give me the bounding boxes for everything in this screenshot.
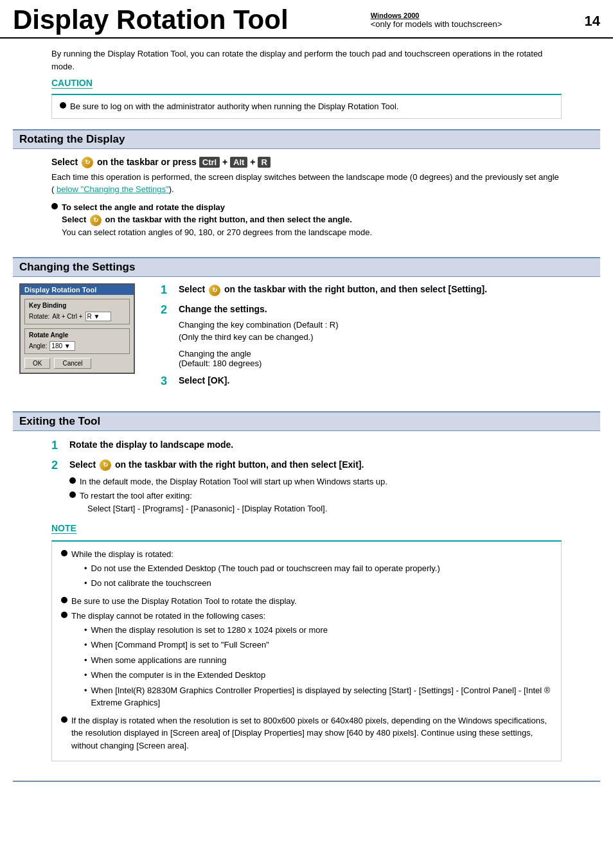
- step2-content: Change the settings. Changing the key co…: [179, 303, 587, 368]
- dialog-row-rotate: Rotate: Alt + Ctrl + R ▼: [29, 312, 125, 321]
- note-sub-3-5-text: When [Intel(R) 82830M Graphics Controlle…: [91, 684, 552, 709]
- bullet-circle-2: [51, 203, 58, 209]
- caution-text: Be sure to log on with the administrator…: [70, 100, 398, 113]
- changing-layout: Display Rotation Tool Key Binding Rotate…: [13, 277, 600, 401]
- title-block: Display Rotation Tool: [13, 6, 289, 33]
- note-item-2-text: Be sure to use the Display Rotation Tool…: [71, 595, 297, 608]
- exiting-bullet-1: In the default mode, the Display Rotatio…: [69, 475, 562, 488]
- note-item-3-content: The display cannot be rotated in the fol…: [71, 610, 552, 712]
- dialog-group-angle: Rotate Angle Angle: 180 ▼: [24, 328, 130, 354]
- main-content: By running the Display Rotation Tool, yo…: [0, 39, 613, 782]
- note-sub-3-2-text: When [Command Prompt] is set to "Full Sc…: [91, 639, 269, 651]
- changing-step1: 1 Select ↻ on the taskbar with the right…: [161, 283, 587, 297]
- exiting-step1-num: 1: [51, 439, 64, 452]
- note-bullet-2: [61, 597, 67, 603]
- intro-paragraph: By running the Display Rotation Tool, yo…: [51, 48, 562, 73]
- taskbar-icon-1: ↻: [82, 157, 93, 168]
- dialog-ok-button[interactable]: OK: [24, 358, 50, 369]
- note-area: NOTE While the display is rotated: • Do …: [51, 523, 562, 761]
- note-item-4: If the display is rotated when the resol…: [61, 714, 552, 752]
- note-sub-3-3: • When some applications are running: [84, 654, 552, 667]
- note-bullet-1: [61, 550, 67, 556]
- note-sub-1-2-text: Do not calibrate the touchscreen: [91, 577, 211, 590]
- exiting-bullet-2-text: To restart the tool after exiting:: [80, 491, 192, 500]
- caution-item: Be sure to log on with the administrator…: [60, 100, 553, 113]
- dialog-title-bar: Display Rotation Tool: [21, 285, 134, 295]
- rotating-bullet-1-content: To select the angle and rotate the displ…: [62, 201, 372, 239]
- settings-link[interactable]: below "Changing the Settings": [57, 184, 169, 194]
- note-item-2: Be sure to use the Display Rotation Tool…: [61, 595, 552, 608]
- step1-plus2: +: [250, 157, 258, 167]
- key-alt: Alt: [230, 157, 247, 168]
- exiting-bullet-2-content: To restart the tool after exiting: Selec…: [80, 490, 327, 515]
- step1-content: Select ↻ on the taskbar with the right b…: [179, 283, 587, 296]
- exiting-bullet-circle-2: [69, 492, 76, 498]
- step3-title: Select [OK].: [179, 375, 587, 387]
- dialog-angle-label: Angle:: [29, 342, 47, 350]
- exiting-bullet-circle-1: [69, 477, 76, 484]
- note-sub-3-1: • When the display resolution is set to …: [84, 624, 552, 637]
- note-bullet-3: [61, 612, 67, 618]
- exiting-step2-content: Select ↻ on the taskbar with the right b…: [69, 459, 562, 517]
- exiting-bullet-1-text: In the default mode, the Display Rotatio…: [80, 475, 387, 488]
- page-number: 14: [585, 6, 600, 30]
- note-item-1-text: While the display is rotated:: [71, 549, 173, 559]
- dialog-key-select[interactable]: R ▼: [85, 312, 111, 321]
- rotating-bullet-1-detail: You can select rotation angles of 90, 18…: [62, 227, 372, 237]
- note-sub-3-4-text: When the computer is in the Extended Des…: [91, 669, 266, 682]
- sub-bullet-dot-2: •: [84, 577, 87, 590]
- exiting-bullet-2-sub: Select [Start] - [Programs] - [Panasonic…: [80, 504, 327, 513]
- changing-section-header: Changing the Settings: [13, 257, 600, 277]
- bottom-border: [13, 781, 600, 782]
- dialog-row-angle: Angle: 180 ▼: [29, 341, 125, 351]
- changing-step2: 2 Change the settings. Changing the key …: [161, 303, 587, 368]
- rotating-bullet-1: To select the angle and rotate the displ…: [51, 201, 562, 239]
- step2-sub4: (Default: 180 degrees): [179, 359, 587, 368]
- step2-sub3: Changing the angle: [179, 349, 587, 359]
- caution-label: CAUTION: [51, 78, 93, 89]
- note-sub-list-3: • When the display resolution is set to …: [71, 624, 552, 709]
- step1-number: 1: [161, 283, 173, 297]
- rotating-section-title: Rotating the Display: [19, 133, 125, 145]
- page-title: Display Rotation Tool: [13, 4, 289, 35]
- dialog-group1-title: Key Binding: [29, 302, 125, 309]
- note-item-3-text: The display cannot be rotated in the fol…: [71, 611, 265, 621]
- sub-bullet-dot-6: •: [84, 669, 87, 682]
- bullet-circle: [60, 102, 66, 109]
- dialog-rotate-label: Rotate:: [29, 313, 49, 320]
- taskbar-icon-2: ↻: [90, 215, 102, 226]
- taskbar-icon-4: ↻: [100, 459, 111, 471]
- dialog-area: Display Rotation Tool Key Binding Rotate…: [19, 283, 148, 394]
- rotating-step1-heading: Select ↻ on the taskbar or press Ctrl + …: [51, 157, 562, 168]
- dialog-cancel-button[interactable]: Cancel: [54, 358, 91, 369]
- step2-sub1: Changing the key combination (Default : …: [179, 319, 587, 332]
- sub-bullet-dot-4: •: [84, 639, 87, 651]
- rotating-bullet-list: To select the angle and rotate the displ…: [51, 201, 562, 239]
- sub-bullet-dot-3: •: [84, 624, 87, 637]
- dialog-body: Key Binding Rotate: Alt + Ctrl + R ▼ Rot…: [21, 295, 134, 373]
- exiting-step2-num: 2: [51, 459, 64, 472]
- rotating-section-header: Rotating the Display: [13, 129, 600, 149]
- sub-bullet-dot-5: •: [84, 654, 87, 667]
- page-header: Display Rotation Tool Windows 2000 <only…: [0, 0, 613, 39]
- step3-content: Select [OK].: [179, 375, 587, 387]
- rotating-bullet-1-sub: Select ↻ on the taskbar with the right b…: [62, 215, 352, 224]
- dialog-group2-title: Rotate Angle: [29, 332, 125, 339]
- exiting-step1-content: Rotate the display to landscape mode.: [69, 439, 562, 452]
- step2-sub: Changing the key combination (Default : …: [179, 319, 587, 344]
- model-note: <only for models with touchscreen>: [371, 19, 502, 29]
- note-sub-3-3-text: When some applications are running: [91, 654, 227, 667]
- step1-title: Select ↻ on the taskbar with the right b…: [179, 283, 587, 296]
- exiting-step1: 1 Rotate the display to landscape mode.: [51, 439, 562, 452]
- key-ctrl: Ctrl: [199, 157, 220, 168]
- dialog-rotate-value: Alt + Ctrl +: [52, 313, 82, 320]
- dialog-mock: Display Rotation Tool Key Binding Rotate…: [19, 283, 135, 374]
- step2-title: Change the settings.: [179, 303, 587, 316]
- step2-sub-angle: Changing the angle (Default: 180 degrees…: [179, 349, 587, 368]
- exiting-section-title: Exiting the Tool: [19, 415, 100, 427]
- dialog-angle-select[interactable]: 180 ▼: [49, 341, 75, 351]
- note-sub-list-1: • Do not use the Extended Desktop (The t…: [71, 562, 440, 590]
- note-label: NOTE: [51, 523, 76, 534]
- note-item-1: While the display is rotated: • Do not u…: [61, 548, 552, 592]
- step3-number: 3: [161, 375, 173, 388]
